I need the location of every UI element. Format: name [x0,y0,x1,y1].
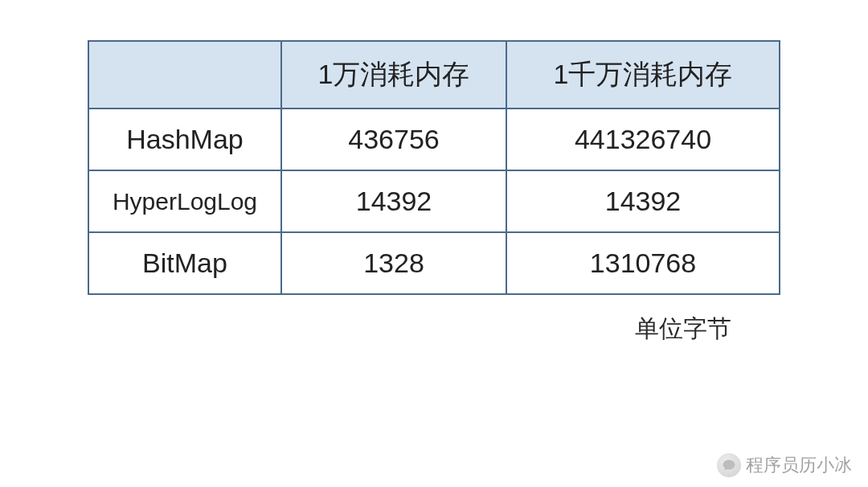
header-col-10m: 1千万消耗内存 [506,41,780,108]
cell-hll-10m: 14392 [506,170,780,232]
watermark-text: 程序员历小冰 [746,453,852,477]
cell-hashmap-10m: 441326740 [506,108,780,170]
memory-comparison-table: 1万消耗内存 1千万消耗内存 HashMap 436756 441326740 … [88,40,780,295]
row-name-bitmap: BitMap [88,232,281,294]
table-header-row: 1万消耗内存 1千万消耗内存 [88,41,780,108]
cell-hll-10k: 14392 [281,170,506,232]
wechat-avatar-icon [717,453,741,477]
cell-hashmap-10k: 436756 [281,108,506,170]
header-blank [88,41,281,108]
cell-bitmap-10k: 1328 [281,232,506,294]
watermark: 程序员历小冰 [717,453,852,477]
chat-bubble-icon [722,458,736,473]
header-col-10k: 1万消耗内存 [281,41,506,108]
row-name-hashmap: HashMap [88,108,281,170]
unit-caption: 单位字节 [48,313,731,346]
cell-bitmap-10m: 1310768 [506,232,780,294]
table-row: BitMap 1328 1310768 [88,232,780,294]
row-name-hyperloglog: HyperLogLog [88,170,281,232]
table-row: HashMap 436756 441326740 [88,108,780,170]
table-row: HyperLogLog 14392 14392 [88,170,780,232]
table-container: 1万消耗内存 1千万消耗内存 HashMap 436756 441326740 … [48,40,820,295]
